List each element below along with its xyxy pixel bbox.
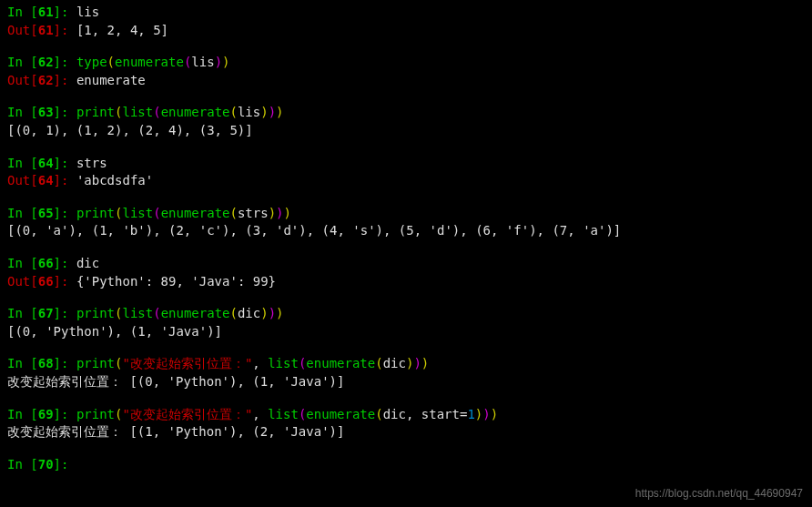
stdout-line: [(0, 1), (1, 2), (2, 4), (3, 5)]: [7, 122, 805, 140]
watermark: https://blog.csdn.net/qq_44690947: [635, 486, 803, 502]
input-line[interactable]: In [62]: type(enumerate(lis)): [7, 54, 805, 72]
ipython-cell-65: In [65]: print(list(enumerate(strs))) [(…: [7, 205, 805, 240]
ipython-cell-64: In [64]: strs Out[64]: 'abcdsdfa': [7, 155, 805, 190]
input-line[interactable]: In [68]: print("改变起始索引位置：", list(enumera…: [7, 355, 805, 373]
ipython-cell-63: In [63]: print(list(enumerate(lis))) [(0…: [7, 104, 805, 139]
ipython-cell-62: In [62]: type(enumerate(lis)) Out[62]: e…: [7, 54, 805, 89]
input-line[interactable]: In [70]:: [7, 456, 805, 474]
out-prompt: Out[: [7, 23, 38, 37]
stdout-line: 改变起始索引位置： [(1, 'Python'), (2, 'Java')]: [7, 423, 805, 441]
input-line[interactable]: In [69]: print("改变起始索引位置：", list(enumera…: [7, 406, 805, 424]
input-line[interactable]: In [64]: strs: [7, 155, 805, 173]
input-line[interactable]: In [61]: lis: [7, 4, 805, 22]
output-line: Out[62]: enumerate: [7, 72, 805, 90]
stdout-line: [(0, 'Python'), (1, 'Java')]: [7, 323, 805, 341]
input-line[interactable]: In [67]: print(list(enumerate(dic))): [7, 305, 805, 323]
stdout-line: [(0, 'a'), (1, 'b'), (2, 'c'), (3, 'd'),…: [7, 222, 805, 240]
input-line[interactable]: In [66]: dic: [7, 255, 805, 273]
stdout-line: 改变起始索引位置： [(0, 'Python'), (1, 'Java')]: [7, 373, 805, 391]
output-line: Out[64]: 'abcdsdfa': [7, 172, 805, 190]
out-number: 61: [38, 23, 54, 37]
output-line: Out[66]: {'Python': 89, 'Java': 99}: [7, 273, 805, 291]
input-line[interactable]: In [63]: print(list(enumerate(lis))): [7, 104, 805, 122]
input-line[interactable]: In [65]: print(list(enumerate(strs))): [7, 205, 805, 223]
in-number: 61: [38, 5, 54, 19]
ipython-cell-66: In [66]: dic Out[66]: {'Python': 89, 'Ja…: [7, 255, 805, 290]
output-line: Out[61]: [1, 2, 4, 5]: [7, 22, 805, 40]
ipython-cell-67: In [67]: print(list(enumerate(dic))) [(0…: [7, 305, 805, 340]
code: lis: [76, 5, 99, 19]
in-prompt: In [: [7, 5, 38, 19]
ipython-cell-61: In [61]: lis Out[61]: [1, 2, 4, 5]: [7, 4, 805, 39]
output-value: [1, 2, 4, 5]: [76, 23, 168, 37]
ipython-cell-69: In [69]: print("改变起始索引位置：", list(enumera…: [7, 406, 805, 441]
ipython-cell-70: In [70]:: [7, 456, 805, 474]
ipython-cell-68: In [68]: print("改变起始索引位置：", list(enumera…: [7, 355, 805, 390]
